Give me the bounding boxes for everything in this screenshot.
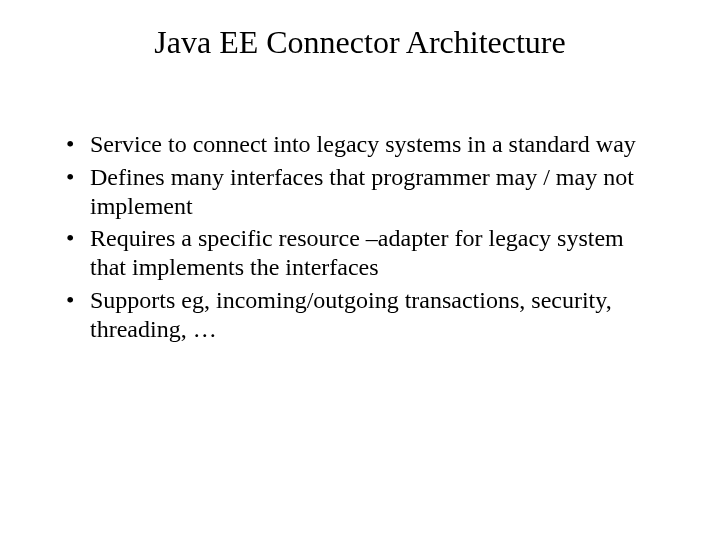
slide-content: Service to connect into legacy systems i… (62, 130, 662, 348)
bullet-list: Service to connect into legacy systems i… (62, 130, 662, 344)
slide: Java EE Connector Architecture Service t… (0, 0, 720, 540)
list-item: Defines many interfaces that programmer … (62, 163, 662, 221)
list-item: Service to connect into legacy systems i… (62, 130, 662, 159)
list-item: Requires a specific resource –adapter fo… (62, 224, 662, 282)
list-item: Supports eg, incoming/outgoing transacti… (62, 286, 662, 344)
slide-title: Java EE Connector Architecture (0, 24, 720, 61)
